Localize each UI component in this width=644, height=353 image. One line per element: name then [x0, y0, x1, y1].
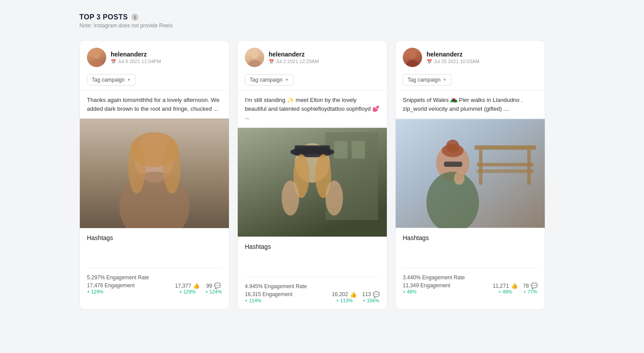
avatar-1 — [87, 48, 106, 67]
hashtags-content-3 — [403, 244, 538, 262]
like-icon-2: 👍 — [350, 291, 357, 298]
comments-metric-1: 99 💬 + 124% — [205, 282, 222, 294]
hashtags-section-3: Hashtags — [396, 228, 545, 266]
card-header-2: helenanderz 📅 Jul 2 2021 12:29AM — [238, 41, 387, 71]
post-image-2 — [238, 128, 387, 237]
svg-rect-14 — [352, 141, 365, 158]
comments-change-3: + 77% — [524, 289, 538, 294]
post-date-3: 📅 Jul 26 2021 10:03AM — [427, 59, 479, 64]
divider-1 — [87, 268, 222, 268]
engagement-rate-3: 3.440% Engagement Rate — [403, 274, 538, 281]
hashtags-section-1: Hashtags — [80, 228, 229, 266]
engagement-change-3: + 48% — [403, 289, 450, 294]
engagement-count-3: 11,349 Engagement — [403, 282, 450, 289]
svg-rect-33 — [444, 161, 462, 167]
post-caption-2: I'm still standing ✨ meet Elton by the l… — [238, 90, 387, 128]
engagement-row-3: 11,349 Engagement + 48% 11,271 👍 + 48% 7… — [403, 282, 538, 294]
username-1: helenanderz — [111, 51, 161, 58]
user-info-1: helenanderz 📅 Jul 9 2021 11:04PM — [111, 51, 161, 64]
chevron-down-icon-2: ▼ — [285, 78, 289, 82]
left-metrics-3: 11,349 Engagement + 48% — [403, 282, 450, 294]
svg-point-32 — [442, 144, 464, 157]
post-card-3: helenanderz 📅 Jul 26 2021 10:03AM Tag ca… — [395, 40, 545, 310]
page-header: TOP 3 POSTS ℹ Note: Instagram does not p… — [71, 9, 644, 31]
divider-2 — [245, 277, 380, 277]
svg-point-8 — [163, 141, 181, 193]
svg-point-1 — [90, 60, 103, 67]
card-header-3: helenanderz 📅 Jul 26 2021 10:03AM — [396, 41, 545, 71]
hashtags-label-2: Hashtags — [245, 243, 380, 250]
svg-rect-26 — [479, 150, 483, 185]
comment-icon-2: 💬 — [373, 291, 380, 298]
engagement-rate-2: 4.945% Engagement Rate — [245, 283, 380, 289]
chevron-down-icon-3: ▼ — [443, 78, 447, 82]
svg-point-7 — [128, 141, 146, 193]
tag-campaign-row-3: Tag campaign ▼ — [396, 71, 545, 90]
tag-campaign-row-2: Tag campaign ▼ — [238, 71, 387, 90]
engagement-row-1: 17,476 Engagement + 129% 17,377 👍 + 129%… — [87, 282, 222, 294]
comment-icon-3: 💬 — [531, 282, 538, 289]
left-metrics-2: 16,315 Engagement + 114% — [245, 291, 292, 303]
right-metrics-2: 16,202 👍 + 113% 113 💬 + 156% — [332, 291, 380, 303]
svg-rect-29 — [477, 169, 534, 173]
username-2: helenanderz — [269, 51, 319, 58]
page-title: TOP 3 POSTS — [79, 13, 128, 21]
svg-point-20 — [281, 180, 299, 216]
hashtags-label-3: Hashtags — [403, 234, 538, 241]
hashtags-content-2 — [245, 253, 380, 270]
tag-campaign-btn-1[interactable]: Tag campaign ▼ — [87, 74, 136, 86]
hashtags-content-1 — [87, 244, 222, 262]
svg-rect-17 — [295, 145, 330, 154]
info-icon[interactable]: ℹ — [131, 14, 139, 21]
engagement-count-1: 17,476 Engagement — [87, 282, 135, 289]
user-info-3: helenanderz 📅 Jul 26 2021 10:03AM — [427, 51, 479, 64]
svg-rect-25 — [475, 145, 536, 150]
likes-change-2: + 113% — [336, 298, 353, 303]
card-header-1: helenanderz 📅 Jul 9 2021 11:04PM — [80, 41, 229, 71]
likes-metric-2: 16,202 👍 + 113% — [332, 291, 357, 303]
comments-change-2: + 156% — [363, 298, 379, 303]
engagement-change-2: + 114% — [245, 298, 292, 303]
svg-rect-13 — [334, 141, 348, 158]
right-metrics-3: 11,271 👍 + 48% 78 💬 + 77% — [493, 282, 538, 294]
svg-rect-28 — [477, 163, 534, 166]
svg-point-22 — [408, 51, 416, 59]
like-icon-3: 👍 — [511, 282, 518, 289]
calendar-icon-2: 📅 — [269, 59, 274, 64]
svg-point-23 — [406, 60, 419, 67]
post-image-3 — [396, 119, 545, 228]
page-note: Note: Instagram does not provide Reels — [79, 23, 635, 29]
likes-metric-1: 17,377 👍 + 129% — [175, 282, 200, 294]
tag-campaign-btn-3[interactable]: Tag campaign ▼ — [403, 74, 452, 86]
engagement-change-1: + 129% — [87, 289, 135, 294]
engagement-row-2: 16,315 Engagement + 114% 16,202 👍 + 113%… — [245, 291, 380, 303]
svg-point-35 — [454, 172, 464, 185]
engagement-count-2: 16,315 Engagement — [245, 291, 292, 297]
svg-point-10 — [248, 60, 261, 67]
username-3: helenanderz — [427, 51, 479, 58]
avatar-2 — [245, 48, 264, 67]
calendar-icon-1: 📅 — [111, 59, 116, 64]
post-card-2: helenanderz 📅 Jul 2 2021 12:29AM Tag cam… — [237, 40, 387, 310]
right-metrics-1: 17,377 👍 + 129% 99 💬 + 124% — [175, 282, 222, 294]
chevron-down-icon-1: ▼ — [127, 78, 131, 82]
likes-change-3: + 48% — [498, 289, 513, 294]
calendar-icon-3: 📅 — [427, 59, 432, 64]
divider-3 — [403, 268, 538, 268]
metrics-section-1: 5.297% Engagement Rate 17,476 Engagement… — [80, 270, 229, 300]
avatar-3 — [403, 48, 422, 67]
top-posts-container: helenanderz 📅 Jul 9 2021 11:04PM Tag cam… — [71, 31, 644, 319]
svg-point-21 — [326, 180, 343, 216]
hashtags-label-1: Hashtags — [87, 234, 222, 241]
tag-campaign-btn-2[interactable]: Tag campaign ▼ — [245, 74, 294, 86]
likes-change-1: + 129% — [179, 289, 196, 294]
comments-change-1: + 124% — [205, 289, 222, 294]
hashtags-section-2: Hashtags — [238, 237, 387, 275]
metrics-section-3: 3.440% Engagement Rate 11,349 Engagement… — [396, 270, 545, 300]
engagement-rate-1: 5.297% Engagement Rate — [87, 274, 222, 281]
post-caption-1: Thanks again tomsmithhd for a lovely aft… — [80, 90, 229, 119]
user-info-2: helenanderz 📅 Jul 2 2021 12:29AM — [269, 51, 319, 64]
tag-campaign-row-1: Tag campaign ▼ — [80, 71, 229, 90]
metrics-section-2: 4.945% Engagement Rate 16,315 Engagement… — [238, 279, 387, 309]
post-image-1 — [80, 119, 229, 228]
